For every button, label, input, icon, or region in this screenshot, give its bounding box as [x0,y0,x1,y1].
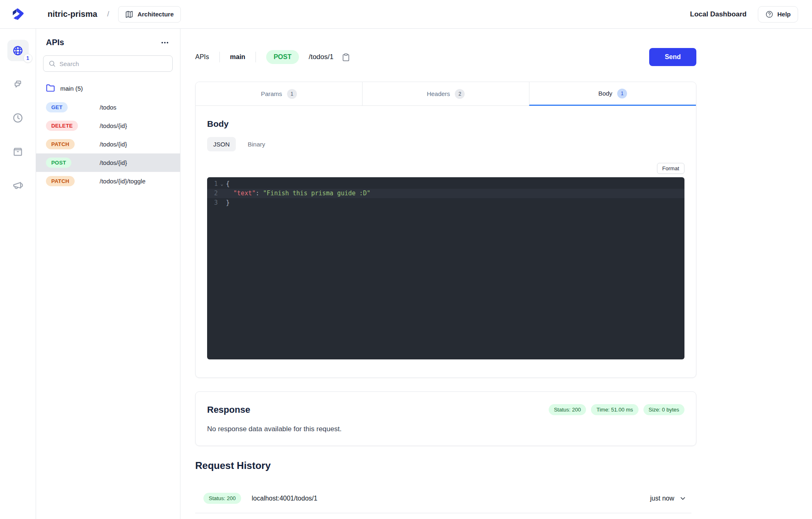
tab-count-badge: 1 [617,89,627,98]
help-button[interactable]: Help [758,6,798,23]
chat-bubbles-icon [12,79,23,90]
search-input[interactable] [59,60,167,67]
ellipsis-icon [160,38,169,47]
chevron-down-icon[interactable] [679,495,687,502]
response-status-badge: Time: 51.00 ms [591,404,638,415]
request-tab[interactable]: Params 1 [196,82,362,106]
tab-label: Headers [427,90,450,97]
endpoint-path: /todos/{id} [100,159,127,166]
response-badges: Status: 200 Time: 51.00 ms Size: 0 bytes [549,404,684,415]
endpoint-row[interactable]: PATCH /todos/{id}/toggle [36,172,180,190]
mode-binary-toggle[interactable]: Binary [242,137,271,151]
help-label: Help [777,11,791,18]
format-button[interactable]: Format [657,163,684,174]
project-name: nitric-prisma [48,9,97,19]
sidebar-title: APIs [46,38,64,47]
code-line: 3} [207,198,684,208]
breadcrumb-divider [219,52,220,62]
megaphone-icon [12,180,23,191]
response-empty-message: No response data available for this requ… [207,425,684,433]
search-icon [48,60,56,67]
tab-count-badge: 1 [287,89,297,99]
nitric-logo[interactable] [0,7,36,22]
history-list: Status: 200 localhost:4001/todos/1 just … [195,489,696,513]
mode-json-toggle[interactable]: JSON [207,137,236,151]
request-tab[interactable]: Body 1 [529,82,696,106]
send-button[interactable]: Send [649,48,696,66]
response-card: Response Status: 200 Time: 51.00 ms Size… [195,391,696,446]
method-pill: GET [46,102,68,112]
search-box[interactable] [43,55,173,72]
method-pill: DELETE [46,121,78,131]
breadcrumb-separator: / [107,10,109,18]
globe-icon [12,45,23,56]
endpoint-path: /todos [100,104,116,111]
history-timestamp: just now [650,495,674,502]
architecture-label: Architecture [137,11,173,18]
endpoint-row[interactable]: GET /todos [36,98,180,117]
question-circle-icon [765,10,773,18]
tab-label: Params [261,90,282,97]
method-pill: PATCH [46,176,75,186]
clock-icon [12,112,23,123]
endpoint-row[interactable]: POST /todos/{id} [36,153,180,172]
request-tab[interactable]: Headers 2 [362,82,529,106]
body-section-title: Body [207,119,684,129]
endpoint-list: GET /todos DELETE /todos/{id} PATCH /tod… [36,98,180,190]
map-icon [125,10,133,18]
method-pill: PATCH [46,139,75,149]
history-status-badge: Status: 200 [203,493,241,504]
endpoint-path: /todos/{id}/toggle [100,178,146,185]
breadcrumb-api-select[interactable]: main [230,53,245,61]
tab-label: Body [598,90,612,97]
copy-path-button[interactable] [342,53,350,62]
rail-item-apis[interactable]: 1 [7,40,29,61]
icon-rail: 1 [0,29,36,519]
endpoint-path: /todos/{id} [100,122,127,129]
endpoint-row[interactable]: PATCH /todos/{id} [36,135,180,153]
apis-count-badge: 1 [23,54,32,63]
sidebar-menu-button[interactable] [160,38,169,47]
breadcrumb-divider [255,52,256,62]
dashboard-title: Local Dashboard [690,10,747,18]
response-status-badge: Size: 0 bytes [643,404,684,415]
breadcrumb-apis: APIs [195,53,209,61]
request-card: Params 1 Headers 2 Body 1 Body JSON Bina… [195,82,696,378]
architecture-button[interactable]: Architecture [118,6,180,23]
api-group-main[interactable]: main (5) [36,80,180,96]
clipboard-icon [342,53,350,62]
rail-item-websockets[interactable] [7,73,29,95]
main-panel: APIs main POST /todos/1 Send [180,29,812,519]
endpoint-row[interactable]: DELETE /todos/{id} [36,117,180,135]
tab-count-badge: 2 [455,89,465,99]
request-tabs: Params 1 Headers 2 Body 1 [196,82,696,106]
rail-item-topics[interactable] [7,174,29,196]
request-history-title: Request History [195,460,696,471]
request-path: /todos/1 [309,53,334,61]
request-history: Request History Status: 200 localhost:40… [195,460,696,513]
rail-item-storage[interactable] [7,141,29,162]
apis-sidebar: APIs main (5) GET /todos DELETE /todos/{… [36,29,180,519]
code-line: 2 "text": "Finish this prisma guide :D" [207,189,684,198]
endpoint-path: /todos/{id} [100,141,127,148]
method-badge: POST [266,50,299,64]
code-line: 1⌄{ [207,179,684,189]
folder-icon [46,84,55,93]
rail-item-schedules[interactable] [7,107,29,128]
json-body-editor[interactable]: 1⌄{2 "text": "Finish this prisma guide :… [207,177,684,359]
top-bar: nitric-prisma / Architecture Local Dashb… [0,0,812,29]
breadcrumb: APIs main POST /todos/1 [195,50,350,64]
response-title: Response [207,405,250,415]
history-row[interactable]: Status: 200 localhost:4001/todos/1 just … [195,489,691,513]
api-group-label: main (5) [60,85,83,92]
history-url: localhost:4001/todos/1 [252,495,317,502]
method-pill: POST [46,158,71,168]
response-status-badge: Status: 200 [549,404,586,415]
nitric-logo-icon [11,7,25,22]
archive-box-icon [12,146,23,157]
